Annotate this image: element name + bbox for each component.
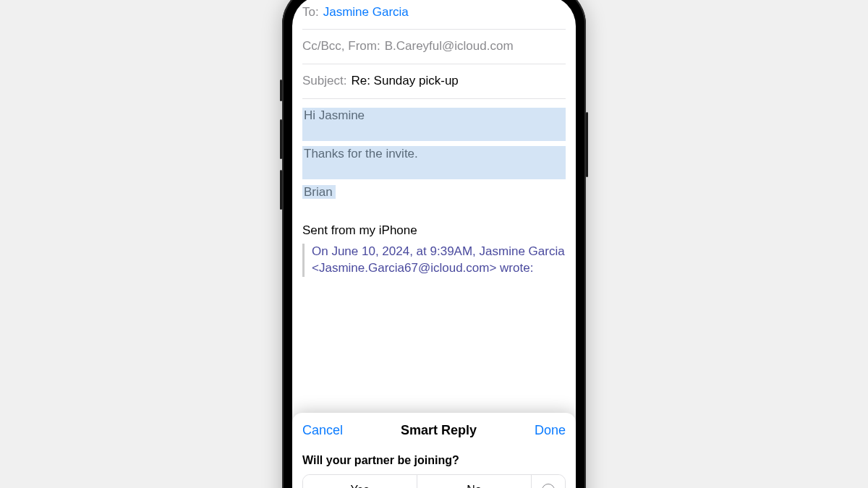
mail-body[interactable]: Hi Jasmine Thanks for the invite. Brian … <box>302 99 566 281</box>
done-button[interactable]: Done <box>535 423 566 438</box>
to-row[interactable]: To: Jasmine Garcia <box>302 0 566 30</box>
from-address: B.Careyful@icloud.com <box>385 38 514 55</box>
quoted-header: On June 10, 2024, at 9:39AM, Jasmine Gar… <box>312 244 565 275</box>
ellipsis-icon <box>542 484 555 489</box>
question-prompt: Will your partner be joining? <box>302 454 566 467</box>
option-button[interactable]: No <box>417 475 532 489</box>
body-text: Brian <box>302 185 336 199</box>
to-recipient[interactable]: Jasmine Garcia <box>323 4 409 21</box>
smart-reply-sheet: Cancel Smart Reply Done Will your partne… <box>292 413 576 489</box>
ccbcc-row[interactable]: Cc/Bcc, From: B.Careyful@icloud.com <box>302 30 566 64</box>
to-label: To: <box>302 4 319 21</box>
body-text <box>302 124 566 141</box>
subject-value[interactable]: Re: Sunday pick-up <box>351 73 458 90</box>
more-options-button[interactable] <box>532 475 565 489</box>
sheet-header: Cancel Smart Reply Done <box>302 423 566 448</box>
side-button <box>280 119 282 159</box>
quoted-block: On June 10, 2024, at 9:39AM, Jasmine Gar… <box>302 244 566 277</box>
question-options: Yes No <box>302 474 566 489</box>
screen: To: Jasmine Garcia Cc/Bcc, From: B.Carey… <box>292 0 576 488</box>
iphone-frame: To: Jasmine Garcia Cc/Bcc, From: B.Carey… <box>282 0 586 488</box>
body-text: Hi Jasmine <box>302 108 566 124</box>
sheet-title: Smart Reply <box>401 423 477 438</box>
subject-row[interactable]: Subject: Re: Sunday pick-up <box>302 64 566 99</box>
cancel-button[interactable]: Cancel <box>302 423 343 438</box>
side-button <box>586 112 588 177</box>
side-button <box>280 80 282 101</box>
body-text: Thanks for the invite. <box>302 146 566 163</box>
signature: Sent from my iPhone <box>302 215 566 239</box>
side-button <box>280 170 282 210</box>
mail-compose: To: Jasmine Garcia Cc/Bcc, From: B.Carey… <box>292 0 576 339</box>
body-text <box>302 163 566 179</box>
ccbcc-label: Cc/Bcc, From: <box>302 38 380 55</box>
subject-label: Subject: <box>302 73 346 90</box>
option-button[interactable]: Yes <box>303 475 417 489</box>
